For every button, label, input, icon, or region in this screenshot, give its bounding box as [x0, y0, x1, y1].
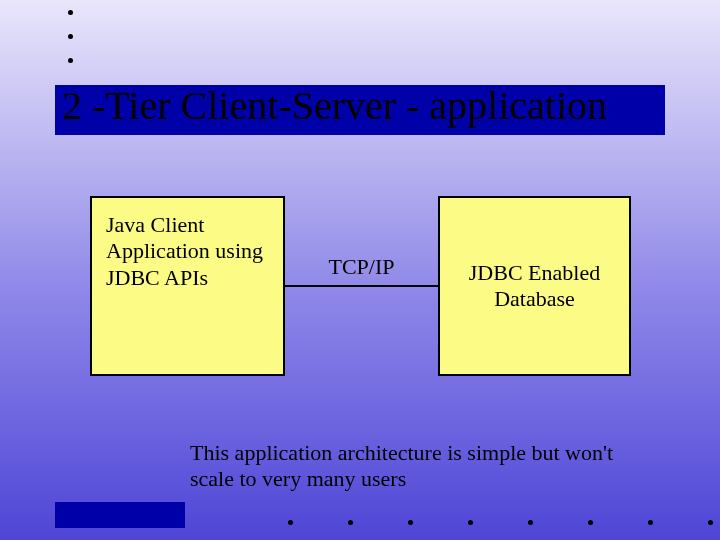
caption-text: This application architecture is simple …: [190, 440, 620, 493]
database-box-label: JDBC Enabled Database: [454, 260, 615, 313]
client-box: Java Client Application using JDBC APIs: [90, 196, 285, 376]
decorative-dot: [68, 34, 73, 39]
decorative-dot: [68, 58, 73, 63]
client-box-label: Java Client Application using JDBC APIs: [106, 212, 263, 290]
slide-title: 2 -Tier Client-Server - application: [62, 82, 607, 129]
decorative-dot: [588, 520, 593, 525]
decorative-dot: [528, 520, 533, 525]
decorative-dot: [68, 10, 73, 15]
decorative-dot: [288, 520, 293, 525]
footer-block: [55, 502, 185, 528]
database-box: JDBC Enabled Database: [438, 196, 631, 376]
decorative-dot: [648, 520, 653, 525]
connector-label: TCP/IP: [285, 254, 438, 280]
decorative-dot: [468, 520, 473, 525]
decorative-dot: [408, 520, 413, 525]
decorative-dot: [348, 520, 353, 525]
slide: 2 -Tier Client-Server - application Java…: [0, 0, 720, 540]
decorative-dot: [708, 520, 713, 525]
connector-line: [285, 285, 438, 287]
